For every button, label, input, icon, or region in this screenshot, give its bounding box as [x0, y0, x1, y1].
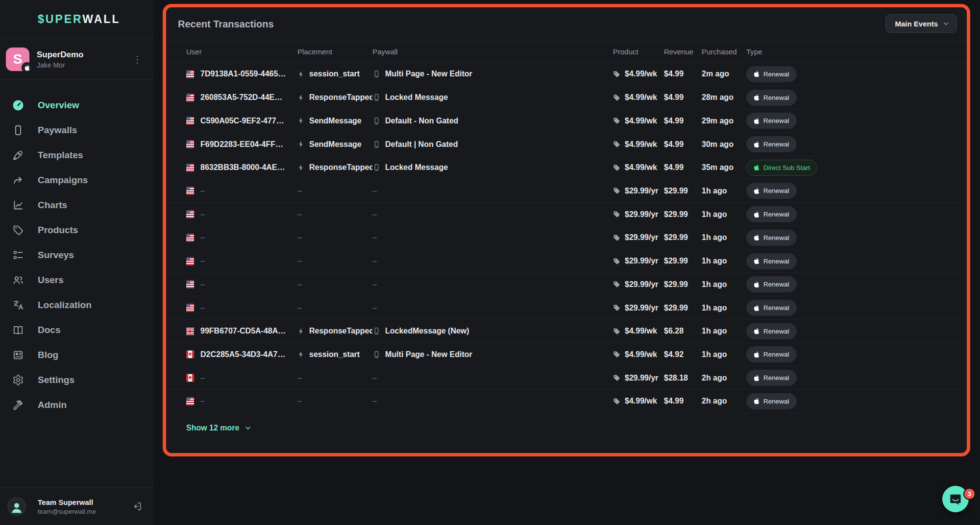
- purchased-cell: 1h ago: [702, 350, 746, 359]
- type-badge: Renewal: [746, 183, 797, 199]
- flag-us-icon: [186, 210, 194, 218]
- tag-icon: [613, 187, 620, 194]
- table-row[interactable]: 99FB6707-CD5A-48A… ResponseTapped Locked…: [166, 320, 967, 343]
- workspace-avatar: S: [6, 48, 29, 71]
- sidebar-item-users[interactable]: Users: [0, 267, 153, 292]
- sidebar-item-settings[interactable]: Settings: [0, 367, 153, 392]
- logout-icon[interactable]: [132, 501, 142, 511]
- sidebar-item-localization[interactable]: Localization: [0, 292, 153, 317]
- flag-us-icon: [186, 234, 194, 242]
- sidebar: $UPERWALL S SuperDemo Jake Mor ⋮ Overvie…: [0, 0, 153, 525]
- sidebar-item-blog[interactable]: Blog: [0, 342, 153, 367]
- type-label: Renewal: [763, 94, 789, 101]
- flag-ca-icon: [186, 350, 194, 358]
- workspace-switcher[interactable]: S SuperDemo Jake Mor ⋮: [0, 39, 153, 80]
- sidebar-item-surveys[interactable]: Surveys: [0, 242, 153, 267]
- purchased-cell: 1h ago: [702, 257, 746, 265]
- paywall-cell: –: [372, 233, 613, 242]
- product-price: $29.99/yr: [625, 210, 659, 219]
- phone-icon: [372, 70, 381, 78]
- type-badge: Renewal: [746, 393, 797, 409]
- events-filter-button[interactable]: Main Events: [885, 14, 957, 33]
- table-row[interactable]: ––– $29.99/yr$29.991h ago Renewal: [166, 226, 967, 250]
- tag-icon: [613, 351, 620, 358]
- table-row[interactable]: ––– $29.99/yr$29.991h ago Renewal: [166, 250, 967, 273]
- table-row[interactable]: ––– $29.99/yr$29.991h ago Renewal: [166, 180, 967, 203]
- revenue-cell: $29.99: [664, 257, 702, 265]
- type-badge: Renewal: [746, 370, 797, 386]
- sidebar-item-docs[interactable]: Docs: [0, 317, 153, 342]
- placement-cell: ResponseTapped: [297, 163, 372, 172]
- user-id: 7D9138A1-0559-4465…: [200, 70, 286, 78]
- account-avatar: [7, 497, 26, 516]
- recent-transactions-card: Recent Transactions Main Events UserPlac…: [163, 4, 970, 456]
- table-row[interactable]: ––– $29.99/yr$28.182h ago Renewal: [166, 366, 967, 390]
- logo-prefix: $UPER: [38, 13, 82, 25]
- column-header-product: Product: [613, 48, 664, 56]
- type-cell: Renewal: [746, 230, 967, 246]
- sidebar-item-label: Charts: [38, 200, 67, 211]
- table-row[interactable]: 260853A5-752D-44E… ResponseTapped Locked…: [166, 86, 967, 110]
- placement-cell: –: [297, 280, 372, 289]
- table-row[interactable]: ––– $29.99/yr$29.991h ago Renewal: [166, 203, 967, 226]
- user-id: D2C285A5-34D3-4A7…: [200, 350, 285, 359]
- checklist-icon: [12, 249, 24, 261]
- user-cell: 8632BB3B-8000-4AE…: [186, 163, 297, 172]
- column-header-user: User: [186, 48, 297, 56]
- user-id: –: [200, 304, 205, 312]
- flag-us-icon: [186, 257, 194, 265]
- type-label: Renewal: [763, 398, 789, 405]
- product-price: $4.99/wk: [625, 327, 657, 335]
- type-badge: Renewal: [746, 323, 797, 339]
- product-price: $4.99/wk: [625, 397, 657, 406]
- revenue-cell: $4.99: [664, 163, 702, 172]
- show-more-label: Show 12 more: [186, 424, 239, 432]
- flag-us-icon: [186, 280, 194, 288]
- chat-icon: [948, 492, 963, 506]
- bolt-icon: [297, 117, 305, 125]
- type-label: Direct Sub Start: [763, 164, 810, 171]
- placement-name: ResponseTapped: [309, 93, 372, 102]
- paywall-cell: –: [372, 257, 613, 265]
- paywall-cell: –: [372, 397, 613, 406]
- table-row[interactable]: 7D9138A1-0559-4465… session_start Multi …: [166, 63, 967, 86]
- workspace-name: SuperDemo: [37, 50, 130, 60]
- type-cell: Renewal: [746, 136, 967, 152]
- type-cell: Renewal: [746, 253, 967, 269]
- user-id: 260853A5-752D-44E…: [200, 93, 282, 102]
- type-label: Renewal: [763, 374, 789, 382]
- table-row[interactable]: ––– $29.99/yr$29.991h ago Renewal: [166, 273, 967, 296]
- table-row[interactable]: ––– $29.99/yr$29.991h ago Renewal: [166, 296, 967, 320]
- sidebar-item-admin[interactable]: Admin: [0, 392, 153, 417]
- sidebar-item-products[interactable]: Products: [0, 217, 153, 242]
- purchased-cell: 1h ago: [702, 233, 746, 242]
- table-row[interactable]: 8632BB3B-8000-4AE… ResponseTapped Locked…: [166, 156, 967, 180]
- product-cell: $4.99/wk: [613, 70, 664, 78]
- gauge-icon: [12, 99, 24, 111]
- news-icon: [12, 349, 24, 361]
- table-row[interactable]: D2C285A5-34D3-4A7… session_start Multi P…: [166, 343, 967, 367]
- product-price: $4.99/wk: [625, 70, 657, 78]
- table-row[interactable]: ––– $4.99/wk$4.992h ago Renewal: [166, 390, 967, 413]
- table-row[interactable]: C590A05C-9EF2-477… SendMessage Default -…: [166, 109, 967, 133]
- user-id: –: [200, 257, 205, 265]
- sidebar-item-templates[interactable]: Templates: [0, 143, 153, 167]
- type-cell: Renewal: [746, 300, 967, 316]
- tag-icon: [613, 164, 620, 171]
- type-badge: Renewal: [746, 113, 797, 129]
- table-row[interactable]: F69D2283-EE04-4FF… SendMessage Default |…: [166, 133, 967, 156]
- account-email: team@superwall.me: [38, 508, 132, 515]
- placement-cell: –: [297, 304, 372, 312]
- sidebar-item-overview[interactable]: Overview: [0, 93, 153, 118]
- user-id: –: [200, 280, 205, 289]
- workspace-menu-icon[interactable]: ⋮: [130, 53, 145, 66]
- product-cell: $4.99/wk: [613, 397, 664, 406]
- show-more-button[interactable]: Show 12 more: [186, 424, 252, 432]
- sidebar-item-campaigns[interactable]: Campaigns: [0, 167, 153, 192]
- user-id: –: [200, 233, 205, 242]
- sidebar-item-charts[interactable]: Charts: [0, 192, 153, 217]
- paywall-cell: Multi Page - New Editor: [372, 350, 613, 359]
- type-label: Renewal: [763, 187, 789, 194]
- bolt-icon: [297, 94, 305, 102]
- sidebar-item-paywalls[interactable]: Paywalls: [0, 118, 153, 143]
